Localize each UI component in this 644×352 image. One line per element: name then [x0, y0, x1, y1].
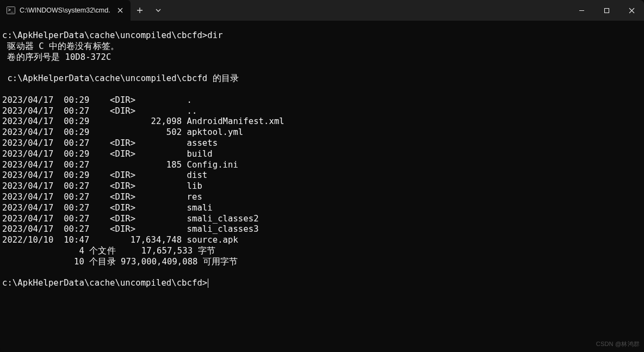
- maximize-button[interactable]: [594, 0, 619, 21]
- summary-line: 10 个目录 973,000,409,088 可用字节: [2, 257, 238, 267]
- summary-line: 4 个文件 17,657,533 字节: [2, 246, 215, 256]
- dir-entry: 2023/04/17 00:29 22,098 AndroidManifest.…: [2, 116, 284, 126]
- terminal-window: >_ C:\WINDOWS\system32\cmd.: [0, 0, 644, 352]
- tab-dropdown-button[interactable]: [149, 0, 168, 21]
- tab-title: C:\WINDOWS\system32\cmd.: [20, 7, 111, 14]
- output-line: 卷的序列号是 10D8-372C: [2, 52, 111, 62]
- output-line: c:\ApkHelperData\cache\uncompiled\cbcfd …: [2, 73, 239, 83]
- svg-rect-2: [604, 8, 609, 13]
- dir-entry: 2023/04/17 00:27 <DIR> lib: [2, 181, 202, 191]
- close-window-button[interactable]: [619, 0, 644, 21]
- titlebar-drag-area[interactable]: [168, 0, 569, 21]
- watermark: CSDN @林鸿群: [596, 339, 640, 350]
- cmd-icon: >_: [7, 6, 15, 15]
- dir-entry: 2022/10/10 10:47 17,634,748 source.apk: [2, 235, 238, 245]
- dir-entry: 2023/04/17 00:27 <DIR> ..: [2, 106, 197, 116]
- terminal-output[interactable]: c:\ApkHelperData\cache\uncompiled\cbcfd>…: [0, 21, 644, 352]
- window-controls: [569, 0, 644, 21]
- prompt: c:\ApkHelperData\cache\uncompiled\cbcfd>: [2, 278, 207, 288]
- command-text: dir: [207, 30, 222, 40]
- titlebar: >_ C:\WINDOWS\system32\cmd.: [0, 0, 644, 21]
- minimize-button[interactable]: [569, 0, 594, 21]
- output-line: 驱动器 C 中的卷没有标签。: [2, 41, 119, 51]
- dir-entry: 2023/04/17 00:29 <DIR> .: [2, 95, 192, 105]
- dir-entry: 2023/04/17 00:29 <DIR> build: [2, 149, 213, 159]
- dir-entry: 2023/04/17 00:27 <DIR> smali_classes2: [2, 214, 259, 224]
- cursor: [208, 279, 208, 288]
- dir-entry: 2023/04/17 00:27 <DIR> assets: [2, 138, 218, 148]
- dir-entry: 2023/04/17 00:29 502 apktool.yml: [2, 127, 243, 137]
- svg-text:>_: >_: [8, 8, 14, 13]
- dir-entry: 2023/04/17 00:27 185 Config.ini: [2, 160, 238, 170]
- dir-entry: 2023/04/17 00:27 <DIR> smali_classes3: [2, 224, 259, 234]
- dir-entry: 2023/04/17 00:29 <DIR> dist: [2, 170, 207, 180]
- dir-entry: 2023/04/17 00:27 <DIR> res: [2, 192, 202, 202]
- tab-active[interactable]: >_ C:\WINDOWS\system32\cmd.: [0, 0, 131, 21]
- tab-close-button[interactable]: [115, 5, 125, 15]
- dir-entry: 2023/04/17 00:27 <DIR> smali: [2, 203, 213, 213]
- new-tab-button[interactable]: [131, 0, 149, 21]
- prompt: c:\ApkHelperData\cache\uncompiled\cbcfd>: [2, 30, 207, 40]
